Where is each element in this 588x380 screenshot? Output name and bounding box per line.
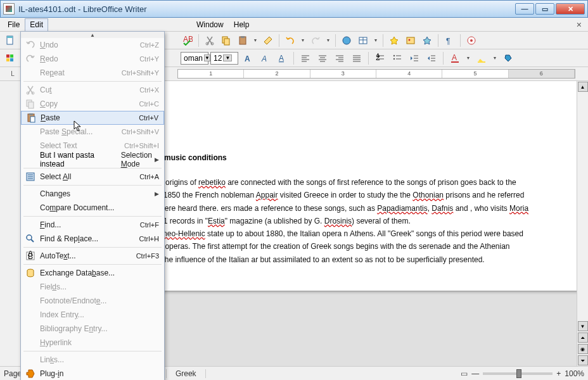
title-bar: IL-ates4101.odt - LibreOffice Writer — ▭… bbox=[0, 0, 588, 18]
font-color-icon[interactable]: A bbox=[447, 51, 463, 66]
menu-paste-special[interactable]: Paste Special... Ctrl+Shift+V bbox=[21, 125, 164, 139]
help-icon[interactable] bbox=[464, 33, 479, 48]
plugin-icon bbox=[21, 369, 40, 379]
menu-repeat[interactable]: Repeat Ctrl+Shift+Y bbox=[21, 66, 164, 80]
font-size-combo[interactable]: 12▼ bbox=[210, 52, 238, 65]
menu-hyperlink[interactable]: Hyperlink bbox=[21, 336, 164, 350]
svg-text:A: A bbox=[452, 53, 457, 62]
svg-rect-13 bbox=[407, 37, 414, 44]
star1-icon[interactable] bbox=[387, 33, 402, 48]
svg-point-14 bbox=[409, 39, 411, 41]
font-name-combo[interactable]: oman▼ bbox=[181, 52, 208, 65]
menu-cut[interactable]: Cut Ctrl+X bbox=[21, 83, 164, 97]
new-doc-icon[interactable] bbox=[3, 33, 18, 48]
vertical-scrollbar[interactable]: ▲ ▼ ⏶ ◉ ⏷ bbox=[577, 81, 588, 366]
italic-icon[interactable]: A bbox=[257, 51, 272, 66]
zoom-slider[interactable] bbox=[483, 372, 553, 375]
scroll-down-icon[interactable]: ▼ bbox=[578, 321, 588, 331]
horizontal-ruler[interactable]: 1 2 3 4 5 6 bbox=[177, 69, 575, 79]
number-list-icon[interactable]: 12 bbox=[373, 51, 388, 66]
next-page-icon[interactable]: ⏷ bbox=[578, 355, 588, 365]
menu-index-entry[interactable]: Index Entry... bbox=[21, 308, 164, 322]
highlight-dropdown-icon[interactable]: ▼ bbox=[491, 56, 499, 60]
redo-dropdown-icon[interactable]: ▼ bbox=[324, 38, 332, 42]
menu-compare-document[interactable]: Compare Document... bbox=[21, 201, 164, 215]
align-center-icon[interactable] bbox=[315, 51, 330, 66]
prev-page-icon[interactable]: ⏶ bbox=[578, 332, 588, 343]
menu-fields[interactable]: Fields... bbox=[21, 280, 164, 294]
svg-rect-61 bbox=[29, 102, 34, 108]
menu-find-replace[interactable]: Find & Replace... Ctrl+H bbox=[21, 232, 164, 246]
align-justify-icon[interactable] bbox=[349, 51, 364, 66]
menu-help[interactable]: Help bbox=[229, 18, 255, 31]
paste-dropdown-icon[interactable]: ▼ bbox=[252, 38, 259, 42]
menu-copy[interactable]: Copy Ctrl+C bbox=[21, 97, 164, 111]
svg-point-69 bbox=[27, 235, 32, 240]
navigator-icon[interactable] bbox=[419, 33, 435, 48]
maximize-button[interactable]: ▭ bbox=[535, 3, 554, 15]
svg-point-46 bbox=[393, 58, 395, 59]
nonprinting-icon[interactable]: ¶ bbox=[442, 33, 457, 48]
menu-autotext[interactable]: AB AutoText... Ctrl+F3 bbox=[21, 249, 164, 263]
menu-bibliography[interactable]: Bibliography Entry... bbox=[21, 322, 164, 336]
indent-icon[interactable] bbox=[424, 51, 439, 66]
svg-rect-1 bbox=[7, 36, 13, 38]
bg-color-icon[interactable] bbox=[501, 51, 516, 66]
menu-scroll-up-icon[interactable]: ▲ bbox=[21, 32, 164, 38]
svg-text:¶: ¶ bbox=[446, 37, 450, 46]
bullet-list-icon[interactable] bbox=[390, 51, 405, 66]
doc-heading: gins – social and music conditions bbox=[101, 148, 530, 164]
zoom-in-icon[interactable]: + bbox=[556, 369, 561, 378]
close-button[interactable]: ✕ bbox=[556, 3, 585, 15]
doc-close-icon[interactable]: × bbox=[577, 20, 582, 30]
zoom-value[interactable]: 100% bbox=[565, 369, 584, 378]
align-left-icon[interactable] bbox=[298, 51, 313, 66]
app-logo bbox=[3, 3, 15, 15]
view-layout-icon[interactable]: ▭ bbox=[461, 369, 468, 378]
bold-icon[interactable]: A bbox=[240, 51, 255, 66]
menu-select-all[interactable]: Select All Ctrl+A bbox=[21, 170, 164, 184]
status-lang[interactable]: Greek bbox=[176, 369, 206, 378]
menu-plugin[interactable]: Plug-in bbox=[21, 367, 164, 380]
menu-find[interactable]: Find... Ctrl+F bbox=[21, 218, 164, 232]
menu-file[interactable]: File bbox=[3, 18, 25, 31]
copy-icon[interactable] bbox=[219, 33, 234, 48]
menu-window[interactable]: Window bbox=[191, 18, 229, 31]
svg-point-9 bbox=[343, 37, 350, 44]
menu-undo[interactable]: UUndondo Ctrl+Z bbox=[21, 38, 164, 52]
minimize-button[interactable]: — bbox=[515, 3, 534, 15]
nav-circle-icon[interactable]: ◉ bbox=[578, 344, 588, 354]
svg-point-45 bbox=[393, 54, 395, 56]
menu-selection-mode[interactable]: But I want pasta instead Selection Mode … bbox=[21, 153, 164, 167]
scroll-up-icon[interactable]: ▲ bbox=[578, 82, 588, 92]
hyperlink-icon[interactable] bbox=[339, 33, 354, 48]
menu-exchange-database[interactable]: Exchange Database... bbox=[21, 266, 164, 280]
table-dropdown-icon[interactable]: ▼ bbox=[372, 38, 380, 42]
svg-rect-64 bbox=[30, 117, 35, 122]
zoom-out-icon[interactable]: — bbox=[471, 369, 479, 378]
styles-icon[interactable] bbox=[3, 51, 18, 66]
menu-changes[interactable]: Changes ▶ bbox=[21, 187, 164, 201]
menu-paste[interactable]: Paste Ctrl+V bbox=[21, 111, 164, 125]
format-paintbrush-icon[interactable] bbox=[260, 33, 276, 48]
undo-icon[interactable] bbox=[283, 33, 298, 48]
font-color-dropdown-icon[interactable]: ▼ bbox=[464, 56, 472, 60]
menu-edit[interactable]: Edit bbox=[25, 18, 48, 31]
paste-icon[interactable] bbox=[235, 33, 250, 48]
spellcheck-icon[interactable]: ABC bbox=[180, 33, 195, 48]
underline-icon[interactable]: A bbox=[274, 51, 290, 66]
gallery-icon[interactable] bbox=[403, 33, 418, 48]
cut-icon[interactable] bbox=[202, 33, 217, 48]
menu-links[interactable]: Links... bbox=[21, 353, 164, 367]
undo-dropdown-icon[interactable]: ▼ bbox=[299, 38, 307, 42]
svg-text:A: A bbox=[245, 54, 250, 63]
highlight-icon[interactable] bbox=[474, 51, 489, 66]
menu-redo[interactable]: Redo Ctrl+Y bbox=[21, 52, 164, 66]
redo-icon[interactable] bbox=[308, 33, 323, 48]
align-right-icon[interactable] bbox=[332, 51, 347, 66]
svg-rect-8 bbox=[241, 36, 245, 38]
mouse-cursor-icon bbox=[74, 120, 84, 135]
table-icon[interactable] bbox=[355, 33, 371, 48]
dedent-icon[interactable] bbox=[407, 51, 422, 66]
menu-footnote[interactable]: Footnote/Endnote... bbox=[21, 294, 164, 308]
